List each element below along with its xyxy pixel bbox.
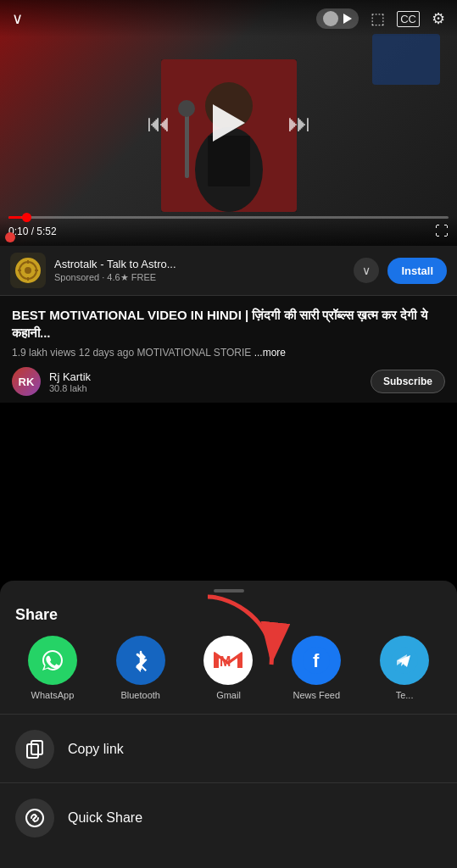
play-icon xyxy=(343,14,352,24)
channel-row: RK Rj Kartik 30.8 lakh Subscribe xyxy=(12,367,445,396)
ad-title: Astrotalk - Talk to Astro... xyxy=(54,258,345,270)
video-meta: 1.9 lakh views 12 days ago MOTIVATIONAL … xyxy=(12,347,445,359)
svg-rect-22 xyxy=(27,744,38,758)
collapse-icon[interactable]: ∨ xyxy=(12,9,23,28)
channel-name: Rj Kartik xyxy=(49,370,91,383)
cast-icon[interactable]: ⬚ xyxy=(371,9,385,28)
ad-app-icon xyxy=(10,253,46,288)
video-top-controls: ∨ ⬚ CC ⚙ xyxy=(0,0,457,37)
divider-2 xyxy=(0,782,457,783)
ad-info: Astrotalk - Talk to Astro... Sponsored ·… xyxy=(54,258,345,283)
bluetooth-icon xyxy=(116,636,165,685)
progress-red-dot xyxy=(5,232,15,242)
newsfeed-icon: f xyxy=(292,636,341,685)
channel-avatar: RK xyxy=(12,367,41,396)
subscribe-button[interactable]: Subscribe xyxy=(371,370,445,393)
newsfeed-label: News Feed xyxy=(293,690,340,700)
video-bottom-controls: 0:10 / 5:52 ⛶ xyxy=(0,216,457,246)
svg-rect-21 xyxy=(31,741,42,754)
video-info-section: BEST MOTIVATIONAL VIDEO IN HINDI | ज़िंद… xyxy=(0,296,457,403)
skip-previous-icon[interactable]: ⏮ xyxy=(147,109,170,137)
quick-share-icon xyxy=(15,798,54,837)
progress-indicator xyxy=(22,213,31,222)
progress-bar[interactable] xyxy=(8,216,449,219)
fullscreen-icon[interactable]: ⛶ xyxy=(435,224,449,239)
share-app-whatsapp[interactable]: WhatsApp xyxy=(8,636,97,700)
video-time: 0:10 / 5:52 xyxy=(8,225,57,237)
cc-icon[interactable]: CC xyxy=(397,11,420,27)
copy-link-label: Copy link xyxy=(68,742,124,757)
whatsapp-icon xyxy=(28,636,77,685)
settings-icon[interactable]: ⚙ xyxy=(432,9,445,28)
channel-info: Rj Kartik 30.8 lakh xyxy=(49,370,91,393)
ad-chevron-icon[interactable]: ∨ xyxy=(354,258,379,283)
quick-share-row[interactable]: Quick Share xyxy=(0,785,457,851)
share-app-gmail[interactable]: M Gmail xyxy=(185,636,273,700)
svg-rect-4 xyxy=(208,136,250,186)
copy-link-row[interactable]: Copy link xyxy=(0,716,457,782)
video-player[interactable]: ∨ ⬚ CC ⚙ ⏮ ⏭ 0:10 / 5:52 ⛶ xyxy=(0,0,457,246)
svg-text:M: M xyxy=(220,654,231,669)
ad-subtitle: Sponsored · 4.6★ FREE xyxy=(54,272,345,283)
skip-next-icon[interactable]: ⏭ xyxy=(287,109,311,137)
play-button[interactable] xyxy=(213,104,245,142)
progress-fill xyxy=(8,216,22,219)
ad-banner[interactable]: Astrotalk - Talk to Astro... Sponsored ·… xyxy=(0,246,457,296)
share-sheet: Share WhatsApp xyxy=(0,581,457,868)
gmail-icon: M xyxy=(203,636,253,685)
sheet-handle xyxy=(214,589,244,593)
video-title: BEST MOTIVATIONAL VIDEO IN HINDI | ज़िंद… xyxy=(12,306,445,342)
channel-subs: 30.8 lakh xyxy=(49,383,91,393)
install-button[interactable]: Install xyxy=(387,258,447,284)
telegram-label: Te... xyxy=(396,690,414,700)
video-center-controls: ⏮ ⏭ xyxy=(147,104,311,142)
share-app-bluetooth[interactable]: Bluetooth xyxy=(97,636,185,700)
bluetooth-label: Bluetooth xyxy=(120,690,159,700)
whatsapp-label: WhatsApp xyxy=(31,690,75,700)
svg-point-9 xyxy=(25,267,31,274)
toggle-dot xyxy=(323,11,338,26)
quick-share-label: Quick Share xyxy=(68,810,142,826)
play-toggle[interactable] xyxy=(316,8,359,29)
share-title: Share xyxy=(0,606,457,636)
share-apps-row: WhatsApp Bluetooth xyxy=(0,636,457,714)
telegram-icon xyxy=(380,636,429,685)
more-button[interactable]: ...more xyxy=(254,347,286,359)
svg-text:f: f xyxy=(313,650,320,671)
share-app-telegram[interactable]: Te... xyxy=(360,636,449,700)
copy-link-icon xyxy=(15,730,54,769)
share-app-newsfeed[interactable]: f News Feed xyxy=(272,636,360,700)
gmail-label: Gmail xyxy=(216,690,241,700)
divider-1 xyxy=(0,714,457,715)
